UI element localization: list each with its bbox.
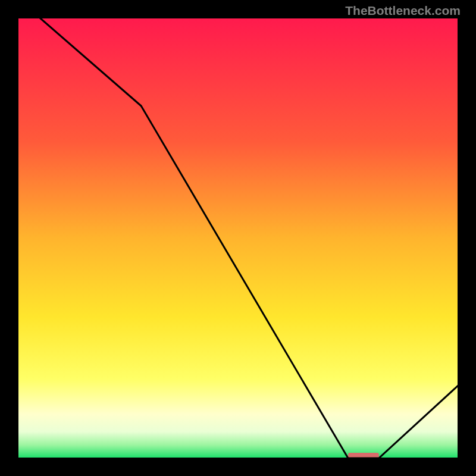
chart-svg <box>18 18 458 458</box>
gradient-background <box>18 18 458 458</box>
plot-area <box>18 18 458 458</box>
chart-container: TheBottleneck.com <box>0 0 476 476</box>
watermark-text: TheBottleneck.com <box>345 4 461 18</box>
